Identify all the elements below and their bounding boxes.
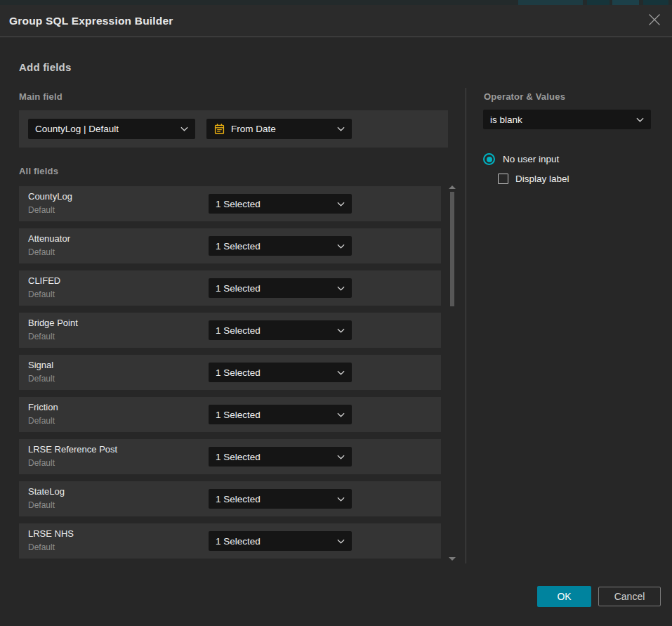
field-row-name: StateLog: [28, 486, 65, 497]
chevron-down-icon: [337, 286, 345, 291]
field-row-selection-dropdown[interactable]: 1 Selected: [209, 363, 352, 382]
field-row-name: Signal: [28, 360, 53, 370]
dialog-title: Group SQL Expression Builder: [9, 15, 173, 27]
display-label-label: Display label: [515, 174, 569, 184]
field-row-selection-value: 1 Selected: [216, 410, 261, 420]
group-sql-expression-builder-dialog: Group SQL Expression Builder Add fields …: [0, 0, 672, 626]
field-row-name: Bridge Point: [28, 318, 78, 328]
field-row-selection-dropdown[interactable]: 1 Selected: [209, 447, 352, 467]
field-row-selection-dropdown[interactable]: 1 Selected: [209, 194, 352, 214]
radio-selected-icon: [483, 153, 495, 165]
chevron-down-icon: [337, 412, 345, 417]
main-field-label: Main field: [19, 91, 62, 102]
ok-button[interactable]: OK: [537, 586, 591, 607]
field-row: Friction Default 1 Selected: [19, 397, 441, 432]
checkbox-unchecked-icon: [498, 174, 508, 184]
field-row-subtitle: Default: [28, 332, 55, 341]
chevron-down-icon: [337, 497, 345, 502]
field-row: StateLog Default 1 Selected: [19, 481, 441, 516]
layer-select-value: CountyLog | Default: [35, 124, 119, 134]
field-row-name: CLIFED: [28, 275, 60, 286]
field-row-selection-value: 1 Selected: [216, 494, 261, 504]
all-fields-label: All fields: [19, 166, 58, 176]
field-row-subtitle: Default: [28, 374, 55, 384]
field-row-selection-dropdown[interactable]: 1 Selected: [209, 531, 352, 551]
scrollbar-down-arrow-icon[interactable]: [449, 557, 456, 561]
chevron-down-icon: [337, 126, 345, 131]
field-row-selection-dropdown[interactable]: 1 Selected: [209, 236, 352, 256]
display-label-checkbox[interactable]: Display label: [498, 174, 569, 184]
field-row-selection-value: 1 Selected: [216, 325, 261, 336]
field-row-subtitle: Default: [28, 500, 55, 510]
field-row-name: CountyLog: [28, 191, 72, 202]
field-row-name: Attenuator: [28, 233, 70, 244]
chevron-down-icon: [337, 539, 345, 544]
field-row-subtitle: Default: [28, 289, 55, 299]
field-row-selection-value: 1 Selected: [216, 536, 261, 547]
chevron-down-icon: [337, 455, 345, 459]
field-row: Bridge Point Default 1 Selected: [19, 313, 441, 348]
field-row-subtitle: Default: [28, 247, 55, 257]
add-fields-heading: Add fields: [19, 61, 72, 73]
chevron-down-icon: [180, 126, 188, 131]
chevron-down-icon: [337, 328, 345, 333]
field-row-selection-dropdown[interactable]: 1 Selected: [209, 489, 352, 509]
field-row-selection-dropdown[interactable]: 1 Selected: [209, 320, 352, 340]
background-app-strip: [0, 0, 672, 5]
field-row: LRSE Reference Post Default 1 Selected: [19, 439, 441, 474]
field-row-selection-value: 1 Selected: [216, 283, 261, 294]
chevron-down-icon: [636, 117, 644, 122]
layer-select-dropdown[interactable]: CountyLog | Default: [28, 119, 195, 139]
field-select-value: From Date: [231, 124, 276, 134]
dialog-titlebar: Group SQL Expression Builder: [0, 5, 672, 37]
no-user-input-label: No user input: [503, 154, 559, 164]
field-row-name: Friction: [28, 402, 58, 412]
field-row: Attenuator Default 1 Selected: [19, 228, 441, 263]
field-row-subtitle: Default: [28, 458, 55, 468]
close-button[interactable]: [646, 13, 663, 30]
field-row-selection-dropdown[interactable]: 1 Selected: [209, 405, 352, 424]
field-row: CLIFED Default 1 Selected: [19, 270, 441, 306]
field-select-dropdown[interactable]: From Date: [206, 119, 352, 139]
field-row: Signal Default 1 Selected: [19, 355, 441, 390]
scrollbar-up-arrow-icon[interactable]: [449, 185, 456, 189]
operator-value: is blank: [490, 115, 522, 125]
operator-values-label: Operator & Values: [484, 91, 565, 102]
panel-divider: [466, 88, 466, 563]
field-row-selection-value: 1 Selected: [216, 367, 261, 378]
chevron-down-icon: [337, 370, 345, 375]
field-row-name: LRSE NHS: [28, 528, 74, 539]
close-icon: [648, 13, 661, 29]
all-fields-list: CountyLog Default 1 Selected Attenuator …: [19, 186, 441, 566]
field-row-selection-value: 1 Selected: [216, 241, 261, 252]
field-row-name: LRSE Reference Post: [28, 444, 117, 455]
chevron-down-icon: [337, 244, 345, 249]
operator-dropdown[interactable]: is blank: [483, 110, 651, 129]
field-row: LRSE NHS Default 1 Selected: [19, 523, 441, 559]
no-user-input-radio[interactable]: No user input: [483, 153, 559, 165]
cancel-button[interactable]: Cancel: [598, 587, 661, 606]
field-row-selection-value: 1 Selected: [216, 452, 261, 462]
field-row-selection-value: 1 Selected: [216, 199, 261, 209]
field-row: CountyLog Default 1 Selected: [19, 186, 441, 221]
calendar-date-icon: [213, 123, 225, 135]
field-row-subtitle: Default: [28, 542, 55, 552]
field-row-subtitle: Default: [28, 416, 55, 426]
chevron-down-icon: [337, 202, 345, 207]
field-row-selection-dropdown[interactable]: 1 Selected: [209, 278, 352, 298]
main-field-panel: CountyLog | Default From Date: [19, 110, 448, 148]
scrollbar-thumb[interactable]: [450, 192, 454, 306]
field-row-subtitle: Default: [28, 205, 55, 215]
